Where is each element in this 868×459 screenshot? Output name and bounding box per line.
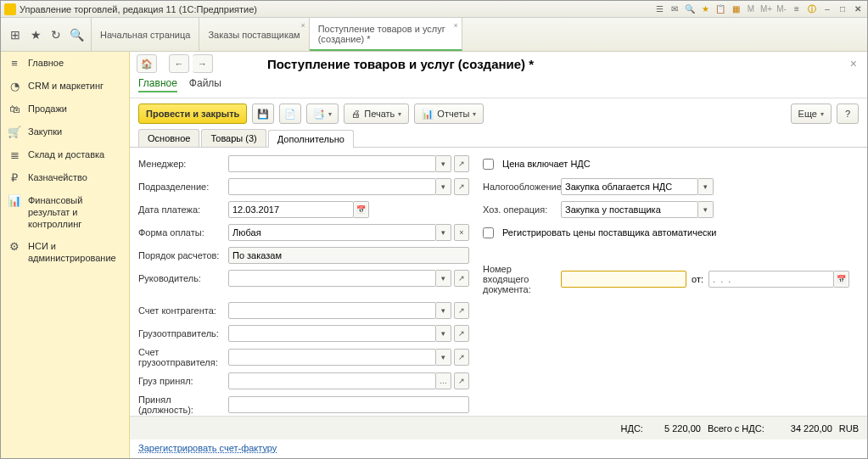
manager-label: Менеджер: [138, 159, 223, 169]
open-button[interactable]: ↗ [454, 325, 469, 342]
vat-included-checkbox[interactable] [483, 159, 494, 170]
open-button[interactable]: ↗ [454, 349, 469, 366]
list-icon: ≣ [8, 148, 21, 161]
tool-icon[interactable]: ✉ [669, 3, 680, 15]
shipper-field[interactable] [228, 325, 436, 342]
search-icon[interactable]: 🔍 [69, 27, 84, 42]
tool-icon[interactable]: 🔍 [684, 3, 696, 15]
tab-label: Поступление товаров и услуг (создание) * [318, 24, 453, 44]
forward-button[interactable]: → [193, 54, 213, 73]
history-icon[interactable]: ↻ [48, 27, 64, 42]
inner-tab-goods[interactable]: Товары (3) [201, 129, 266, 147]
received-by-field[interactable] [228, 372, 436, 389]
tax-field[interactable] [561, 178, 698, 195]
tool-icon[interactable]: ▦ [730, 3, 742, 15]
tab-close-icon[interactable]: × [453, 21, 457, 30]
tab-receipt-create[interactable]: Поступление товаров и услуг (создание) *… [310, 18, 462, 51]
operation-field[interactable] [561, 201, 698, 218]
post-button[interactable]: 📄 [279, 104, 301, 124]
inner-tab-additional[interactable]: Дополнительно [268, 130, 354, 148]
form-area: Менеджер:▾↗ Подразделение:▾↗ Дата платеж… [130, 148, 867, 416]
inner-tab-main[interactable]: Основное [138, 129, 199, 147]
department-field[interactable] [228, 178, 436, 195]
calendar-button[interactable]: 📅 [354, 201, 369, 218]
more-button[interactable]: Еще▾ [791, 104, 832, 124]
sidebar-item-label: CRM и маркетинг [28, 80, 122, 92]
shipper-account-label: Счет грузоотправителя: [138, 347, 223, 367]
dropdown-button[interactable]: ▾ [436, 155, 451, 172]
dropdown-button[interactable]: ▾ [698, 201, 714, 218]
minimize-icon[interactable]: – [821, 3, 833, 15]
sidebar-item-crm[interactable]: ◔CRM и маркетинг [1, 75, 129, 98]
info-icon[interactable]: ⓘ [806, 3, 818, 15]
currency-label: RUB [839, 423, 859, 434]
close-icon[interactable]: ✕ [852, 3, 864, 15]
payform-field[interactable] [228, 224, 436, 241]
close-page-icon[interactable]: × [847, 57, 860, 70]
tool-icon[interactable]: M- [776, 3, 787, 15]
back-button[interactable]: ← [169, 54, 189, 73]
sidebar-item-warehouse[interactable]: ≣Склад и доставка [1, 143, 129, 166]
dropdown-button[interactable]: ▾ [436, 302, 451, 319]
open-button[interactable]: ↗ [454, 372, 469, 389]
subtab-files[interactable]: Файлы [189, 76, 221, 92]
tool-icon[interactable]: M [745, 3, 757, 15]
dropdown-button[interactable]: ▾ [436, 349, 451, 366]
sidebar-item-treasury[interactable]: ₽Казначейство [1, 166, 129, 189]
register-prices-checkbox[interactable] [483, 227, 494, 238]
clear-button[interactable]: × [454, 224, 469, 241]
paydate-label: Дата платежа: [138, 204, 223, 215]
from-label: от: [692, 274, 703, 284]
sidebar-item-label: Продажи [28, 103, 122, 115]
open-button[interactable]: ↗ [454, 270, 469, 287]
home-button[interactable]: 🏠 [137, 54, 157, 73]
account-label: Счет контрагента: [138, 305, 223, 316]
manager-field[interactable] [228, 155, 436, 172]
reports-button[interactable]: 📊 Отчеты▾ [414, 104, 484, 124]
post-and-close-button[interactable]: Провести и закрыть [138, 104, 247, 124]
shipper-account-field[interactable] [228, 349, 436, 366]
sidebar-item-nsi[interactable]: ⚙НСИ и администрирование [1, 235, 129, 269]
tool-icon[interactable]: ☰ [653, 3, 665, 15]
paydate-field[interactable] [228, 201, 354, 218]
tab-orders[interactable]: Заказы поставщикам × [199, 18, 309, 51]
subtab-main[interactable]: Главное [138, 76, 177, 92]
tab-start-page[interactable]: Начальная страница [92, 18, 199, 51]
dropdown-button[interactable]: ▾ [436, 178, 451, 195]
dropdown-button[interactable]: ▾ [436, 224, 451, 241]
vat-value: 5 220,00 [650, 423, 701, 434]
tool-icon[interactable]: 📋 [714, 3, 726, 15]
tool-icon[interactable]: ≡ [791, 3, 803, 15]
sidebar-item-sales[interactable]: 🛍Продажи [1, 98, 129, 120]
save-button[interactable]: 💾 [252, 104, 274, 124]
tab-close-icon[interactable]: × [300, 21, 305, 30]
select-button[interactable]: … [436, 372, 451, 389]
sidebar-item-finance[interactable]: 📊Финансовый результат и контроллинг [1, 189, 129, 235]
open-button[interactable]: ↗ [454, 155, 469, 172]
calendar-button[interactable]: 📅 [834, 271, 849, 288]
help-button[interactable]: ? [837, 104, 859, 124]
footer-link-row: Зарегистрировать счет-фактуру [130, 439, 867, 458]
open-button[interactable]: ↗ [454, 178, 469, 195]
apps-icon[interactable]: ⊞ [8, 27, 23, 42]
account-field[interactable] [228, 302, 436, 319]
position-field[interactable] [228, 396, 469, 413]
docdate-field[interactable] [708, 271, 834, 288]
app-icon [4, 3, 16, 15]
dropdown-button[interactable]: ▾ [436, 270, 451, 287]
docnum-field[interactable] [561, 271, 686, 288]
maximize-icon[interactable]: □ [837, 3, 848, 15]
create-based-on-button[interactable]: 📑▾ [306, 104, 339, 124]
register-invoice-link[interactable]: Зарегистрировать счет-фактуру [138, 443, 277, 453]
favorite-icon[interactable]: ★ [699, 3, 711, 15]
sidebar-item-purchases[interactable]: 🛒Закупки [1, 120, 129, 143]
head-field[interactable] [228, 270, 436, 287]
tool-icon[interactable]: M+ [760, 3, 772, 15]
content-area: 🏠 ← → Поступление товаров и услуг (созда… [130, 52, 867, 458]
print-button[interactable]: 🖨 Печать▾ [344, 104, 409, 124]
dropdown-button[interactable]: ▾ [698, 178, 714, 195]
star-icon[interactable]: ★ [28, 27, 43, 42]
open-button[interactable]: ↗ [454, 302, 469, 319]
sidebar-item-main[interactable]: ≡Главное [1, 52, 129, 75]
dropdown-button[interactable]: ▾ [436, 325, 451, 342]
